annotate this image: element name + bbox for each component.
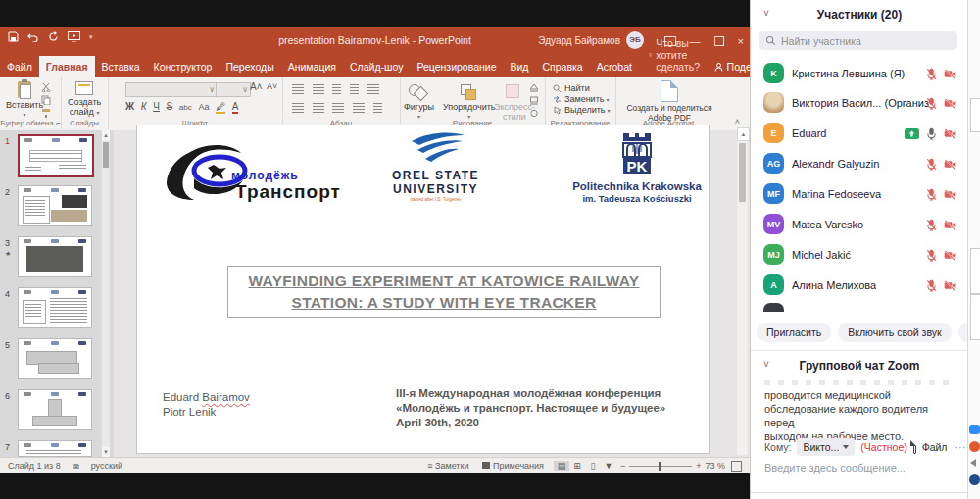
align-left-icon[interactable] [292, 103, 304, 113]
conference-block[interactable]: III-я Международная молодёжная конференц… [396, 386, 690, 430]
tab-help[interactable]: Справка [536, 56, 590, 77]
font-color-button[interactable]: А [232, 101, 239, 114]
unmute-button[interactable]: Включить свой звук [838, 323, 951, 342]
justify-icon[interactable] [353, 103, 365, 113]
text-shadow-button[interactable]: abc [179, 103, 192, 112]
editor-scrollbar[interactable]: ▲ [737, 127, 748, 455]
participant-row[interactable]: MF Marina Fedoseeva [751, 179, 968, 209]
copy-icon[interactable] [41, 95, 51, 105]
shape-fill-icon[interactable] [529, 83, 539, 92]
change-case-button[interactable]: Аа [198, 102, 209, 112]
zoom-percentage[interactable]: 73 % [705, 461, 725, 471]
select-button[interactable]: Выделить ▾ [553, 105, 611, 115]
tab-design[interactable]: Конструктор [147, 56, 220, 77]
zoom-slider[interactable]: − + [620, 461, 702, 471]
shape-effects-icon[interactable] [529, 109, 539, 118]
font-size-box[interactable]: ∨ [216, 82, 251, 97]
chat-input[interactable]: Введите здесь сообщение... [764, 462, 960, 474]
paste-button[interactable]: Вставить ▾ [6, 81, 43, 120]
align-center-icon[interactable] [313, 103, 324, 113]
participant-row[interactable]: Виктория Васил... (Организатор) [751, 88, 968, 118]
scroll-down-icon[interactable]: ▼ [102, 447, 110, 457]
tab-view[interactable]: Вид [504, 56, 536, 77]
comments-button[interactable]: Примечания [482, 461, 543, 471]
thumbnail-slide-4[interactable]: 4 [0, 287, 114, 332]
more-options-icon[interactable]: ⋯ [956, 441, 966, 453]
thumbnail-slide-2[interactable]: 2 [0, 185, 114, 230]
normal-view-icon[interactable]: ▤ [554, 461, 569, 471]
cut-icon[interactable] [41, 82, 51, 92]
participant-row[interactable]: MV Matea Varesko [751, 210, 968, 239]
format-painter-icon[interactable] [41, 108, 51, 118]
participant-row[interactable]: AG Alexandr Galyuzin [751, 149, 968, 178]
spellcheck-icon[interactable]: 🗈 [73, 461, 81, 471]
tell-me-box[interactable]: Что вы хотите сделать? [649, 37, 705, 77]
thumbnail-slide-6[interactable]: 6 [0, 389, 114, 434]
tab-review[interactable]: Рецензирование [410, 56, 503, 77]
participant-row[interactable]: MJ Michel Jakić [751, 240, 968, 270]
participant-row[interactable]: E Eduard [751, 119, 968, 148]
shapes-button[interactable]: Фигуры▾ [404, 82, 434, 122]
thumbnail-slide-7[interactable]: 7 [0, 440, 114, 457]
current-slide[interactable]: молодёжь Транспорт OREL STATE UNIVERSITY… [137, 125, 709, 453]
authors-block[interactable]: Eduard Bairamov Piotr Lenik [163, 390, 250, 420]
arrange-button[interactable]: Упорядочить▾ [443, 82, 496, 122]
participant-row[interactable]: A Алина Мелихова [751, 271, 968, 300]
tab-file[interactable]: Файл [0, 56, 39, 77]
invite-button[interactable]: Пригласить [757, 323, 831, 342]
language-indicator[interactable]: русский [91, 461, 122, 471]
shrink-font-icon[interactable]: А˅ [267, 81, 277, 91]
increase-indent-icon[interactable] [350, 84, 359, 94]
columns-icon[interactable] [373, 103, 382, 113]
tab-slideshow[interactable]: Слайд-шоу [343, 56, 410, 77]
scroll-up-icon[interactable]: ▲ [102, 130, 110, 140]
participant-search-box[interactable]: Найти участника [759, 31, 957, 50]
tab-transitions[interactable]: Переходы [219, 56, 280, 77]
bullets-icon[interactable] [292, 84, 304, 94]
highlight-color-button[interactable]: 🖉 [216, 101, 225, 114]
thumbnail-scrollbar[interactable]: ▲ ▼ [102, 130, 110, 457]
bold-button[interactable]: Ж [125, 101, 134, 112]
thumbnail-slide-3[interactable]: 3 ★ [0, 236, 114, 281]
numbering-icon[interactable] [313, 84, 324, 94]
new-slide-button[interactable]: Создать слайд ▾ [68, 81, 101, 118]
tab-insert[interactable]: Вставка [95, 56, 147, 77]
file-button[interactable]: Файл [922, 441, 948, 453]
collapse-ribbon-icon[interactable]: ˄ [735, 117, 740, 126]
reading-view-icon[interactable]: ▯ [585, 461, 601, 471]
underline-button[interactable]: Ч [153, 101, 160, 112]
fit-to-window-icon[interactable] [731, 461, 742, 472]
slide-title-box[interactable]: WAYFINDING EXPERIMENT AT KATOWICE RAILWA… [227, 266, 661, 318]
scroll-up-icon[interactable]: ▲ [737, 127, 750, 141]
strikethrough-button[interactable]: S [167, 101, 173, 112]
line-spacing-icon[interactable] [368, 84, 379, 94]
tab-acrobat[interactable]: Acrobat [590, 56, 639, 77]
zoom-in-icon[interactable]: + [696, 461, 701, 471]
decrease-indent-icon[interactable] [332, 84, 341, 94]
replace-button[interactable]: Заменить ▾ [553, 94, 611, 104]
shape-outline-icon[interactable] [529, 96, 539, 105]
tab-animations[interactable]: Анимация [281, 56, 343, 77]
slideshow-view-icon[interactable]: ▼ [601, 461, 616, 471]
file-icon[interactable] [913, 440, 916, 454]
grow-font-icon[interactable]: А˄ [250, 81, 263, 92]
participant-row[interactable]: K Кристина Левшина (Я) [751, 59, 968, 88]
close-button[interactable]: × [738, 35, 744, 47]
find-button[interactable]: Найти [553, 83, 611, 93]
account-avatar[interactable]: ЭБ [626, 31, 644, 49]
italic-button[interactable]: К [141, 101, 147, 112]
account-name[interactable]: Эдуард Байрамов [538, 27, 620, 54]
adobe-pdf-button[interactable]: Создать и поделиться Adobe PDF [627, 80, 711, 123]
restore-button[interactable] [714, 36, 724, 46]
font-name-box[interactable]: ∨ [125, 82, 218, 97]
align-right-icon[interactable] [332, 103, 344, 113]
thumbnail-slide-5[interactable]: 5 [0, 338, 114, 383]
dialog-launcher-icon[interactable]: ⌐ [56, 119, 61, 127]
slide-sorter-view-icon[interactable]: ⊞ [569, 461, 585, 471]
thumbnail-slide-1[interactable]: 1 [0, 134, 114, 179]
notes-button[interactable]: ≡ Заметки [427, 461, 468, 471]
tab-home[interactable]: Главная [39, 56, 95, 77]
recipient-dropdown[interactable]: Викто... [797, 438, 855, 456]
zoom-slider-knob[interactable] [659, 462, 662, 471]
zoom-out-icon[interactable]: − [620, 461, 625, 471]
